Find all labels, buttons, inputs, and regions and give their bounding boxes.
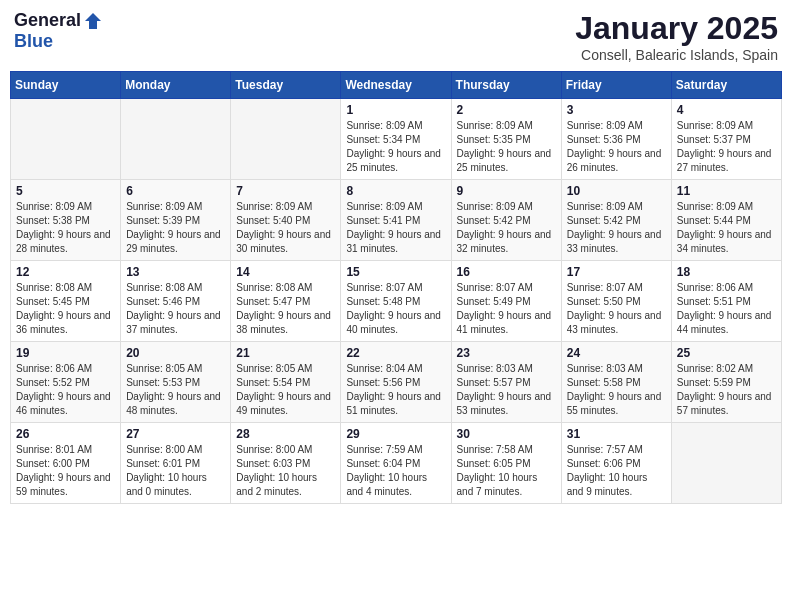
day-info: Sunrise: 7:59 AMSunset: 6:04 PMDaylight:…: [346, 443, 445, 499]
day-info: Sunrise: 8:05 AMSunset: 5:53 PMDaylight:…: [126, 362, 225, 418]
calendar-cell: 1Sunrise: 8:09 AMSunset: 5:34 PMDaylight…: [341, 99, 451, 180]
day-info: Sunrise: 8:00 AMSunset: 6:03 PMDaylight:…: [236, 443, 335, 499]
day-info: Sunrise: 8:01 AMSunset: 6:00 PMDaylight:…: [16, 443, 115, 499]
calendar-cell: 21Sunrise: 8:05 AMSunset: 5:54 PMDayligh…: [231, 342, 341, 423]
day-info: Sunrise: 8:05 AMSunset: 5:54 PMDaylight:…: [236, 362, 335, 418]
day-info: Sunrise: 8:03 AMSunset: 5:57 PMDaylight:…: [457, 362, 556, 418]
logo-icon: [83, 11, 103, 31]
calendar-cell: 27Sunrise: 8:00 AMSunset: 6:01 PMDayligh…: [121, 423, 231, 504]
day-info: Sunrise: 8:09 AMSunset: 5:41 PMDaylight:…: [346, 200, 445, 256]
day-info: Sunrise: 8:09 AMSunset: 5:39 PMDaylight:…: [126, 200, 225, 256]
day-info: Sunrise: 7:58 AMSunset: 6:05 PMDaylight:…: [457, 443, 556, 499]
day-number: 26: [16, 427, 115, 441]
calendar-cell: 5Sunrise: 8:09 AMSunset: 5:38 PMDaylight…: [11, 180, 121, 261]
svg-marker-0: [85, 13, 101, 29]
day-info: Sunrise: 8:09 AMSunset: 5:42 PMDaylight:…: [457, 200, 556, 256]
day-number: 4: [677, 103, 776, 117]
calendar-week-2: 5Sunrise: 8:09 AMSunset: 5:38 PMDaylight…: [11, 180, 782, 261]
day-info: Sunrise: 8:08 AMSunset: 5:46 PMDaylight:…: [126, 281, 225, 337]
calendar-week-3: 12Sunrise: 8:08 AMSunset: 5:45 PMDayligh…: [11, 261, 782, 342]
calendar-cell: 23Sunrise: 8:03 AMSunset: 5:57 PMDayligh…: [451, 342, 561, 423]
day-number: 21: [236, 346, 335, 360]
day-number: 20: [126, 346, 225, 360]
day-number: 13: [126, 265, 225, 279]
calendar-cell: 30Sunrise: 7:58 AMSunset: 6:05 PMDayligh…: [451, 423, 561, 504]
day-number: 19: [16, 346, 115, 360]
day-number: 15: [346, 265, 445, 279]
calendar-cell: [231, 99, 341, 180]
day-number: 17: [567, 265, 666, 279]
title-section: January 2025 Consell, Balearic Islands, …: [575, 10, 778, 63]
day-number: 10: [567, 184, 666, 198]
calendar-header-sunday: Sunday: [11, 72, 121, 99]
calendar-cell: 3Sunrise: 8:09 AMSunset: 5:36 PMDaylight…: [561, 99, 671, 180]
calendar-cell: 8Sunrise: 8:09 AMSunset: 5:41 PMDaylight…: [341, 180, 451, 261]
day-number: 27: [126, 427, 225, 441]
day-info: Sunrise: 8:09 AMSunset: 5:35 PMDaylight:…: [457, 119, 556, 175]
day-number: 2: [457, 103, 556, 117]
calendar-cell: [671, 423, 781, 504]
day-number: 5: [16, 184, 115, 198]
calendar-header-thursday: Thursday: [451, 72, 561, 99]
day-info: Sunrise: 8:06 AMSunset: 5:52 PMDaylight:…: [16, 362, 115, 418]
location-title: Consell, Balearic Islands, Spain: [575, 47, 778, 63]
day-number: 12: [16, 265, 115, 279]
calendar-cell: 4Sunrise: 8:09 AMSunset: 5:37 PMDaylight…: [671, 99, 781, 180]
day-info: Sunrise: 8:07 AMSunset: 5:50 PMDaylight:…: [567, 281, 666, 337]
calendar-week-4: 19Sunrise: 8:06 AMSunset: 5:52 PMDayligh…: [11, 342, 782, 423]
calendar-week-5: 26Sunrise: 8:01 AMSunset: 6:00 PMDayligh…: [11, 423, 782, 504]
calendar-cell: 22Sunrise: 8:04 AMSunset: 5:56 PMDayligh…: [341, 342, 451, 423]
day-info: Sunrise: 8:09 AMSunset: 5:38 PMDaylight:…: [16, 200, 115, 256]
calendar-cell: 9Sunrise: 8:09 AMSunset: 5:42 PMDaylight…: [451, 180, 561, 261]
calendar-cell: 24Sunrise: 8:03 AMSunset: 5:58 PMDayligh…: [561, 342, 671, 423]
day-number: 3: [567, 103, 666, 117]
day-info: Sunrise: 8:09 AMSunset: 5:37 PMDaylight:…: [677, 119, 776, 175]
logo: General Blue: [14, 10, 105, 52]
day-number: 28: [236, 427, 335, 441]
calendar-cell: 18Sunrise: 8:06 AMSunset: 5:51 PMDayligh…: [671, 261, 781, 342]
day-info: Sunrise: 8:09 AMSunset: 5:40 PMDaylight:…: [236, 200, 335, 256]
calendar-header-monday: Monday: [121, 72, 231, 99]
day-number: 16: [457, 265, 556, 279]
calendar-cell: 11Sunrise: 8:09 AMSunset: 5:44 PMDayligh…: [671, 180, 781, 261]
day-number: 29: [346, 427, 445, 441]
day-info: Sunrise: 8:02 AMSunset: 5:59 PMDaylight:…: [677, 362, 776, 418]
day-number: 24: [567, 346, 666, 360]
calendar-cell: 17Sunrise: 8:07 AMSunset: 5:50 PMDayligh…: [561, 261, 671, 342]
day-number: 31: [567, 427, 666, 441]
calendar-cell: 29Sunrise: 7:59 AMSunset: 6:04 PMDayligh…: [341, 423, 451, 504]
calendar-header-wednesday: Wednesday: [341, 72, 451, 99]
calendar-cell: [121, 99, 231, 180]
day-number: 9: [457, 184, 556, 198]
calendar-week-1: 1Sunrise: 8:09 AMSunset: 5:34 PMDaylight…: [11, 99, 782, 180]
day-number: 18: [677, 265, 776, 279]
day-info: Sunrise: 8:08 AMSunset: 5:45 PMDaylight:…: [16, 281, 115, 337]
calendar-header-row: SundayMondayTuesdayWednesdayThursdayFrid…: [11, 72, 782, 99]
calendar-cell: 28Sunrise: 8:00 AMSunset: 6:03 PMDayligh…: [231, 423, 341, 504]
day-number: 11: [677, 184, 776, 198]
calendar-cell: 25Sunrise: 8:02 AMSunset: 5:59 PMDayligh…: [671, 342, 781, 423]
calendar-cell: 2Sunrise: 8:09 AMSunset: 5:35 PMDaylight…: [451, 99, 561, 180]
calendar-cell: 12Sunrise: 8:08 AMSunset: 5:45 PMDayligh…: [11, 261, 121, 342]
day-number: 1: [346, 103, 445, 117]
calendar-table: SundayMondayTuesdayWednesdayThursdayFrid…: [10, 71, 782, 504]
day-number: 7: [236, 184, 335, 198]
day-info: Sunrise: 8:09 AMSunset: 5:42 PMDaylight:…: [567, 200, 666, 256]
calendar-header-saturday: Saturday: [671, 72, 781, 99]
page-header: General Blue January 2025 Consell, Balea…: [10, 10, 782, 63]
calendar-cell: 16Sunrise: 8:07 AMSunset: 5:49 PMDayligh…: [451, 261, 561, 342]
day-number: 14: [236, 265, 335, 279]
day-info: Sunrise: 8:03 AMSunset: 5:58 PMDaylight:…: [567, 362, 666, 418]
day-info: Sunrise: 8:04 AMSunset: 5:56 PMDaylight:…: [346, 362, 445, 418]
day-info: Sunrise: 8:09 AMSunset: 5:36 PMDaylight:…: [567, 119, 666, 175]
calendar-cell: 14Sunrise: 8:08 AMSunset: 5:47 PMDayligh…: [231, 261, 341, 342]
day-info: Sunrise: 8:06 AMSunset: 5:51 PMDaylight:…: [677, 281, 776, 337]
calendar-cell: 6Sunrise: 8:09 AMSunset: 5:39 PMDaylight…: [121, 180, 231, 261]
calendar-cell: [11, 99, 121, 180]
month-title: January 2025: [575, 10, 778, 47]
day-number: 8: [346, 184, 445, 198]
calendar-header-tuesday: Tuesday: [231, 72, 341, 99]
calendar-cell: 31Sunrise: 7:57 AMSunset: 6:06 PMDayligh…: [561, 423, 671, 504]
day-number: 25: [677, 346, 776, 360]
calendar-cell: 10Sunrise: 8:09 AMSunset: 5:42 PMDayligh…: [561, 180, 671, 261]
